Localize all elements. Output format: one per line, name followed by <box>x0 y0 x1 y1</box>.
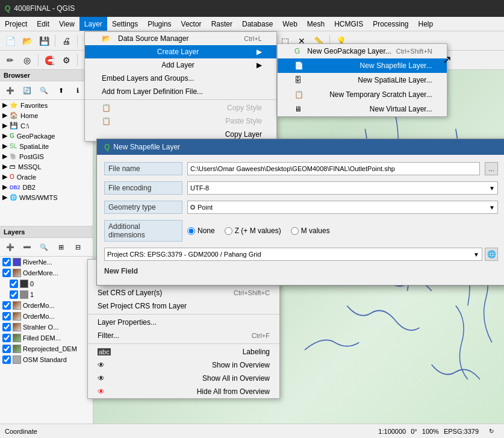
file-encoding-select[interactable]: UTF-8 ▼ <box>187 181 498 195</box>
radio-none[interactable]: None <box>187 227 215 235</box>
layer-strahler-check[interactable] <box>2 323 11 331</box>
layer-filled-dem[interactable]: Filled DEM... <box>0 333 93 343</box>
radio-none-input[interactable] <box>187 227 195 235</box>
ctx-set-crs[interactable]: Set CRS of Layer(s) Ctrl+Shift+C <box>88 286 279 299</box>
menubar: Project Edit View Layer Settings Plugins… <box>0 17 504 31</box>
radio-z-input[interactable] <box>225 227 232 235</box>
crs-select[interactable]: Project CRS: EPSG:3379 - GDM2000 / Pahan… <box>104 248 482 261</box>
menu-raster[interactable]: Raster <box>207 17 237 31</box>
menu-settings[interactable]: Settings <box>107 17 143 31</box>
snapping-btn[interactable]: 🧲 <box>42 52 57 68</box>
menu-embed-layers[interactable]: Embed Layers and Groups... <box>85 72 276 85</box>
radio-m[interactable]: M values <box>291 227 330 235</box>
layer-reprojected[interactable]: Reprojected_DEM <box>0 343 93 354</box>
layers-remove-btn[interactable]: ➖ <box>19 239 35 255</box>
browser-home[interactable]: ▶ 🏠 Home <box>0 110 93 120</box>
menu-hcmgis[interactable]: HCMGIS <box>329 17 368 31</box>
layer-osm-check[interactable] <box>2 355 11 364</box>
status-render-btn[interactable]: ↻ <box>484 424 499 439</box>
layer-river-check[interactable] <box>2 258 11 266</box>
layer-reprojected-check[interactable] <box>2 345 11 353</box>
browser-favorites[interactable]: ▶ ⭐ Favorites <box>0 100 93 110</box>
geopackage-icon2: G <box>294 47 300 55</box>
menu-plugins[interactable]: Plugins <box>143 17 176 31</box>
menu-layer[interactable]: Layer <box>79 17 107 31</box>
open-project-btn[interactable]: 📂 <box>19 33 35 49</box>
menu-edit[interactable]: Edit <box>32 17 54 31</box>
browser-geopackage[interactable]: ▶ G GeoPackage <box>0 131 93 141</box>
layer-0[interactable]: 0 <box>0 278 93 289</box>
submenu-shapefile[interactable]: 📄 New Shapefile Layer... <box>278 58 447 73</box>
layer-filled-check[interactable] <box>2 334 11 342</box>
menu-web[interactable]: Web <box>278 17 302 31</box>
ctx-show-all[interactable]: 👁 Show All in Overview <box>88 372 279 385</box>
layer-osm[interactable]: OSM Standard <box>0 354 93 365</box>
file-name-input[interactable] <box>187 162 480 175</box>
layer-orderMo1[interactable]: OrderMo... <box>0 300 93 311</box>
layer-orderMo2-check[interactable] <box>2 312 11 321</box>
layer-orderMo1-check[interactable] <box>2 301 11 310</box>
submenu-geopackage[interactable]: G New GeoPackage Layer... Ctrl+Shift+N <box>278 44 447 58</box>
browser-filter-btn[interactable]: 🔍 <box>36 83 52 98</box>
layer-oder1-check[interactable] <box>2 269 11 277</box>
ctx-labeling[interactable]: abc Labeling <box>88 345 279 358</box>
save-project-btn[interactable]: 💾 <box>36 33 52 49</box>
browser-wms[interactable]: ▶ 🌐 WMS/WMTS <box>0 192 93 202</box>
menu-add-from-def[interactable]: Add from Layer Definition File... <box>85 85 276 98</box>
layers-filter-btn[interactable]: 🔍 <box>36 239 52 255</box>
layer-1[interactable]: 1 <box>0 289 93 300</box>
submenu-temp[interactable]: 📋 New Temporary Scratch Layer... <box>278 87 447 102</box>
browser-collapse-btn[interactable]: ⬆ <box>53 83 69 98</box>
browser-mssql[interactable]: ▶ 🗃 MSSQL <box>0 161 93 172</box>
layers-expand-btn[interactable]: ⊞ <box>53 239 69 255</box>
browser-spatialite[interactable]: ▶ SL SpatiaLite <box>0 141 93 151</box>
advanced-dig-btn[interactable]: ⚙ <box>58 52 74 68</box>
ctx-hide-all[interactable]: 👁 Hide All from Overview <box>88 385 279 398</box>
layer-strahler-color <box>13 323 21 331</box>
browser-refresh-btn[interactable]: 🔄 <box>19 83 35 98</box>
ctx-layer-props[interactable]: Layer Properties... <box>88 316 279 329</box>
layers-add-btn[interactable]: ➕ <box>2 239 18 255</box>
menu-data-source[interactable]: 📂 Data Source Manager Ctrl+L <box>85 32 276 45</box>
radio-z[interactable]: Z (+ M values) <box>225 227 281 235</box>
layers-collapse-btn[interactable]: ⊟ <box>70 239 86 255</box>
menu-database[interactable]: Database <box>237 17 278 31</box>
geopackage-label: GeoPackage <box>17 133 55 140</box>
digitize-btn[interactable]: ✏ <box>2 52 18 68</box>
menu-processing[interactable]: Processing <box>368 17 413 31</box>
submenu-virtual[interactable]: 🖥 New Virtual Layer... <box>278 102 447 116</box>
browser-c-drive[interactable]: ▶ 💾 C:\ <box>0 120 93 131</box>
layer-oder1[interactable]: OderMore... <box>0 267 93 278</box>
radio-m-input[interactable] <box>291 227 299 235</box>
geometry-type-select[interactable]: Point ▼ <box>187 201 498 214</box>
print-btn[interactable]: 🖨 <box>58 33 74 49</box>
browser-oracle[interactable]: ▶ O Oracle <box>0 172 93 182</box>
ctx-show-overview[interactable]: 👁 Show in Overview <box>88 358 279 372</box>
layer-1-check[interactable] <box>10 290 18 299</box>
layer-orderMo2[interactable]: OrderMo... <box>0 311 93 322</box>
file-browse-btn[interactable]: … <box>485 162 498 175</box>
menu-view[interactable]: View <box>54 17 79 31</box>
menu-vector[interactable]: Vector <box>176 17 207 31</box>
layer-0-check[interactable] <box>10 280 18 288</box>
submenu-spatialite[interactable]: 🗄 New SpatiaLite Layer... <box>278 73 447 87</box>
menu-paste-style[interactable]: 📋 Paste Style <box>85 114 276 128</box>
layer-strahler[interactable]: Strahler O... <box>0 322 93 333</box>
ctx-filter[interactable]: Filter... Ctrl+F <box>88 329 279 342</box>
menu-mesh[interactable]: Mesh <box>302 17 329 31</box>
menu-copy-style[interactable]: 📋 Copy Style <box>85 101 276 114</box>
menu-help[interactable]: Help <box>414 17 438 31</box>
menu-add-layer[interactable]: Add Layer ▶ <box>85 58 276 72</box>
layer-river[interactable]: RiverNe... <box>0 257 93 267</box>
menu-create-layer[interactable]: Create Layer ▶ <box>85 45 276 58</box>
new-project-btn[interactable]: 📄 <box>2 33 18 49</box>
browser-db2[interactable]: ▶ DB2 DB2 <box>0 182 93 192</box>
radio-none-label: None <box>198 227 215 235</box>
browser-properties-btn[interactable]: ℹ <box>70 83 86 98</box>
browser-add-btn[interactable]: ➕ <box>2 83 18 98</box>
ctx-set-project-crs[interactable]: Set Project CRS from Layer <box>88 299 279 313</box>
browser-postgis[interactable]: ▶ 🐘 PostGIS <box>0 151 93 161</box>
crs-globe-btn[interactable]: 🌐 <box>485 248 498 261</box>
menu-project[interactable]: Project <box>0 17 32 31</box>
node-tool-btn[interactable]: ◎ <box>19 52 35 68</box>
